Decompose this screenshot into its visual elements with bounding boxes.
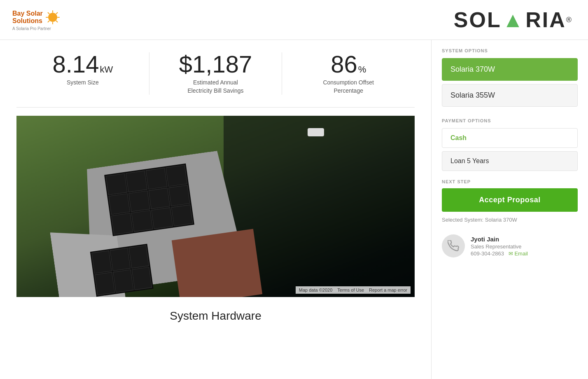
contact-name: Jyoti Jain <box>471 236 528 243</box>
contact-phone: 609-304-2863 ✉ Email <box>471 250 528 257</box>
contact-role: Sales Representative <box>471 243 528 250</box>
payment-option-cash-label: Cash <box>450 134 467 142</box>
left-panel: 8.14 kW System Size $1,187 Estimated Ann… <box>0 40 432 379</box>
system-option-355w-label: Solaria 355W <box>450 91 495 100</box>
system-options-title: SYSTEM OPTIONS <box>442 48 578 53</box>
contact-phone-number[interactable]: 609-304-2863 <box>471 250 504 257</box>
map-terms: Terms of Use <box>337 288 364 292</box>
house-structure <box>38 119 287 297</box>
solaria-registered: ® <box>566 16 572 24</box>
payment-option-loan-label: Loan 5 Years <box>450 157 489 165</box>
stat-value-savings: $1,187 <box>179 52 252 76</box>
contact-email-link[interactable]: ✉ Email <box>509 250 528 257</box>
selected-system-label: Selected System: Solaria 370W <box>442 217 578 223</box>
solar-panel-group-1 <box>104 164 194 236</box>
contact-section: Jyoti Jain Sales Representative 609-304-… <box>442 234 578 257</box>
solaria-logo: SOL▲RIA ® <box>454 7 572 32</box>
system-option-370w-label: Solaria 370W <box>450 65 495 74</box>
stat-savings: $1,187 Estimated AnnualElectricity Bill … <box>149 52 282 95</box>
payment-option-loan[interactable]: Loan 5 Years <box>442 151 578 171</box>
stat-system-size: 8.14 kW System Size <box>16 52 149 95</box>
svg-line-8 <box>48 21 49 22</box>
map-background <box>16 116 415 297</box>
page-wrapper: Bay Solar Solutions <box>0 0 588 379</box>
map-container: Map data ©2020 Terms of Use Report a map… <box>16 116 415 297</box>
contact-avatar <box>442 234 465 257</box>
payment-option-cash[interactable]: Cash <box>442 128 578 148</box>
bay-solar-subtitle: A Solaria Pro Partner <box>12 26 51 31</box>
header: Bay Solar Solutions <box>0 0 588 40</box>
section-hardware-title: System Hardware <box>16 297 415 327</box>
solar-panel-group-2 <box>90 244 154 297</box>
sun-icon <box>44 9 61 26</box>
stat-label-offset: Consumption OffsetPercentage <box>323 79 373 95</box>
stats-row: 8.14 kW System Size $1,187 Estimated Ann… <box>16 40 415 108</box>
svg-line-7 <box>56 12 57 14</box>
stat-value-size: 8.14 kW <box>53 52 113 76</box>
next-step-label: NEXT STEP <box>442 179 578 184</box>
system-option-370w[interactable]: Solaria 370W <box>442 58 578 81</box>
main-content: 8.14 kW System Size $1,187 Estimated Ann… <box>0 40 588 379</box>
payment-options-title: PAYMENT OPTIONS <box>442 118 578 123</box>
bay-solar-text: Bay Solar Solutions <box>12 10 43 24</box>
contact-info: Jyoti Jain Sales Representative 609-304-… <box>471 236 528 257</box>
stat-offset: 86 % Consumption OffsetPercentage <box>282 52 415 95</box>
solaria-brand-text: SOL▲RIA <box>454 7 566 32</box>
stat-label-savings: Estimated AnnualElectricity Bill Savings <box>187 79 243 95</box>
car <box>308 128 324 136</box>
map-report: Report a map error <box>369 288 407 292</box>
svg-point-9 <box>49 14 56 21</box>
accept-proposal-button[interactable]: Accept Proposal <box>442 188 578 212</box>
stat-value-offset: 86 % <box>331 52 366 76</box>
bay-solar-logo: Bay Solar Solutions <box>12 9 61 31</box>
map-overlay: Map data ©2020 Terms of Use Report a map… <box>296 286 411 294</box>
payment-options-section: PAYMENT OPTIONS Cash Loan 5 Years <box>442 118 578 171</box>
svg-line-5 <box>48 12 49 14</box>
system-options-section: SYSTEM OPTIONS Solaria 370W Solaria 355W <box>442 48 578 107</box>
system-option-355w[interactable]: Solaria 355W <box>442 84 578 107</box>
phone-icon <box>448 240 459 252</box>
right-panel: SYSTEM OPTIONS Solaria 370W Solaria 355W… <box>432 40 588 379</box>
solaria-arrow-icon: ▲ <box>502 8 525 32</box>
stat-label-size: System Size <box>67 79 99 87</box>
house-body <box>172 229 262 297</box>
svg-line-6 <box>56 21 57 22</box>
map-copyright: Map data ©2020 <box>299 288 333 292</box>
contact-email-label: Email <box>514 250 528 257</box>
